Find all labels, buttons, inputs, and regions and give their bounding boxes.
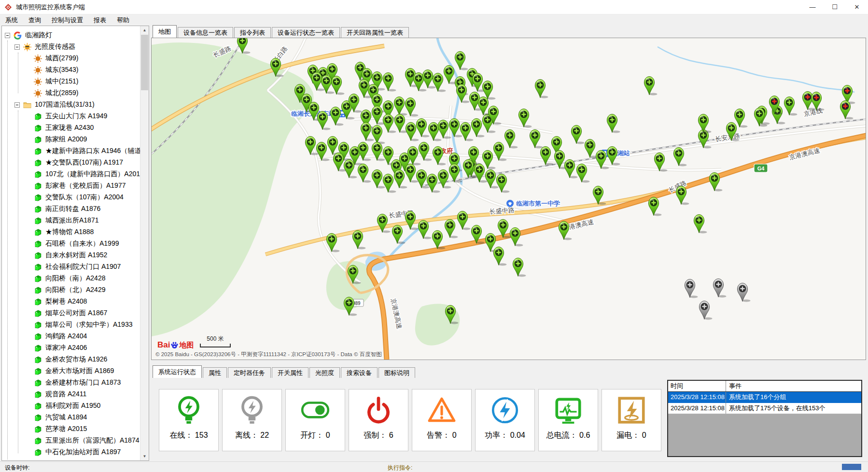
bolt-circle-icon: [489, 394, 521, 426]
tree-item-label: 社会福利院大门口 A1907: [45, 263, 121, 271]
bottom-tab-5[interactable]: 搜索设备: [341, 367, 378, 378]
device-tree-panel: 临湘路灯光照度传感器城西(2799)城东(3543)城中(2151)城北(285…: [1, 26, 149, 461]
svg-text:G4: G4: [757, 166, 765, 171]
stat-card-4: 告警： 0: [412, 389, 472, 451]
tree-device-partial[interactable]: [2, 458, 140, 460]
tree-device-1-0[interactable]: 五尖山大门东 A1949: [2, 111, 140, 122]
bottom-tab-2[interactable]: 定时器任务: [228, 367, 271, 378]
sunface-icon: [23, 43, 31, 51]
tree-device-1-9[interactable]: 城西派出所A1871: [2, 215, 140, 226]
tree-item-label: 芭茅塘 A2015: [45, 425, 87, 433]
event-row-1[interactable]: 2025/3/28 12:15:08系统加载了175个设备，在线153个: [668, 403, 861, 414]
baidu-map[interactable]: G4X089 长盛路长白路长安东路京港线京港澳高速港澳高速长盛中路长盛中路长盛路…: [152, 38, 866, 360]
tree-item-label: 福利院对面 A1950: [45, 402, 100, 410]
event-text: 系统加载了175个设备，在线153个: [726, 403, 861, 414]
menu-item-0[interactable]: 系统: [0, 15, 23, 26]
map-tab-4[interactable]: 开关回路属性一览表: [341, 27, 409, 38]
tree-device-1-1[interactable]: 王家珑巷 A2430: [2, 122, 140, 134]
folder-icon: [23, 101, 31, 109]
tree-device-1-20[interactable]: 谭家冲 A2406: [2, 342, 140, 354]
bottom-tab-1[interactable]: 属性: [203, 367, 227, 378]
tree-group-0[interactable]: 光照度传感器: [2, 41, 140, 53]
tree-item-label: 中石化加油站对面 A1897: [45, 448, 121, 457]
tree-device-1-14[interactable]: 向阳桥（南）A2428: [2, 273, 140, 284]
tree-device-1-21[interactable]: 金桥农贸市场 A1926: [2, 354, 140, 365]
scroll-thumb[interactable]: [141, 35, 148, 90]
tree-device-1-19[interactable]: 鸿鹤路 A2404: [2, 331, 140, 342]
bottom-tab-3[interactable]: 开关属性: [272, 367, 308, 378]
tree-item-label: 城西派出所A1871: [45, 216, 98, 225]
maximize-button[interactable]: ☐: [824, 0, 846, 14]
device-icon: [34, 460, 42, 461]
menu-item-4[interactable]: 帮助: [112, 15, 135, 26]
tree-device-0-2[interactable]: 城中(2151): [2, 76, 140, 87]
map-tab-0[interactable]: 地图: [153, 25, 177, 38]
tree-device-1-26[interactable]: 汽贸城 A1894: [2, 412, 140, 423]
bottom-tab-6[interactable]: 图标说明: [378, 367, 415, 378]
collapse-icon[interactable]: [5, 33, 10, 38]
tree-device-1-27[interactable]: 芭茅塘 A2015: [2, 423, 140, 435]
tree-device-1-17[interactable]: 烟草公司对面 A1867: [2, 307, 140, 319]
close-button[interactable]: ✕: [846, 0, 868, 14]
tree-device-1-29[interactable]: 中石化加油站对面 A1897: [2, 446, 140, 458]
tree-device-0-0[interactable]: 城西(2799): [2, 53, 140, 64]
tree-device-1-10[interactable]: ★博物馆 A1888: [2, 226, 140, 238]
map-tab-2[interactable]: 指令列表: [234, 27, 271, 38]
tree-device-1-8[interactable]: 南正街转盘 A1876: [2, 203, 140, 215]
device-icon: [34, 437, 42, 445]
tree-device-1-6[interactable]: 彭家巷（党校后面）A1977: [2, 180, 140, 192]
tree-item-label: 陈家组 A2009: [45, 135, 87, 144]
event-log-header: 时间 事件: [668, 381, 861, 392]
tree-device-1-4[interactable]: ★交警队西(107南) A1917: [2, 157, 140, 168]
tree-device-1-12[interactable]: 自来水斜对面 A1952: [2, 250, 140, 261]
tree-device-1-5[interactable]: 107北（建新中路路口西）A2014: [2, 168, 140, 180]
tree-device-1-24[interactable]: 观音路 A2411: [2, 389, 140, 400]
tree-device-1-2[interactable]: 陈家组 A2009: [2, 134, 140, 145]
menu-item-2[interactable]: 控制与设置: [46, 15, 88, 26]
tree-item-label: 王家珑巷 A2430: [45, 124, 94, 132]
scroll-down-icon[interactable]: ▼: [140, 452, 149, 460]
stat-card-1: 离线： 22: [222, 389, 282, 451]
meter-icon: [552, 394, 584, 426]
collapse-icon[interactable]: [14, 102, 20, 108]
tree-item-label: ★博物馆 A1888: [45, 228, 94, 236]
map-panel[interactable]: G4X089 长盛路长白路长安东路京港线京港澳高速港澳高速长盛中路长盛中路长盛路…: [151, 38, 866, 360]
event-row-0[interactable]: 2025/3/28 12:15:08系统加载了16个分组: [668, 392, 861, 403]
map-tab-1[interactable]: 设备信息一览表: [178, 27, 233, 38]
tree-device-1-16[interactable]: 梨树巷 A2408: [2, 296, 140, 307]
tree-device-1-13[interactable]: 社会福利院大门口 A1907: [2, 261, 140, 273]
tree-device-1-28[interactable]: 五里派出所（富源汽配）A1874: [2, 435, 140, 446]
sun-icon: [34, 55, 42, 63]
tree-device-1-23[interactable]: 金桥建材市场门口 A1873: [2, 377, 140, 389]
sun-icon: [34, 89, 42, 97]
tree-device-1-3[interactable]: ★建新中路路口东 A1946（辅道灯）: [2, 145, 140, 157]
tree-device-0-1[interactable]: 城东(3543): [2, 64, 140, 76]
tree-root[interactable]: 临湘路灯: [2, 29, 140, 41]
bottom-tab-4[interactable]: 光照度: [309, 367, 340, 378]
tree-device-1-15[interactable]: 向阳桥（北）A2429: [2, 284, 140, 296]
tree-item-label: 金桥大市场对面 A1869: [45, 367, 114, 375]
tree-device-1-25[interactable]: 福利院对面 A1950: [2, 400, 140, 412]
tree-item-label: 鸿鹤路 A2404: [45, 332, 87, 341]
scroll-up-icon[interactable]: ▲: [140, 26, 149, 34]
tree-device-1-11[interactable]: 石咀桥（自来水）A1999: [2, 238, 140, 250]
stat-card-label: 开灯： 0: [286, 430, 345, 441]
tree-device-1-7[interactable]: 交警队东（107南）A2004: [2, 192, 140, 203]
collapse-icon[interactable]: [14, 44, 20, 50]
exec-command-label: 执行指令:: [388, 464, 412, 472]
leak-icon: [616, 394, 647, 426]
tree-item-label: 107国道沿线(31/31): [35, 100, 95, 109]
menu-item-1[interactable]: 查询: [23, 15, 46, 26]
tree-scrollbar[interactable]: ▲ ▼: [140, 26, 149, 460]
bottom-tab-0[interactable]: 系统运行状态: [153, 365, 202, 378]
map-tab-3[interactable]: 设备运行状态一览表: [272, 27, 340, 38]
minimize-button[interactable]: —: [801, 0, 824, 14]
map-tab-bar: 地图设备信息一览表指令列表设备运行状态一览表开关回路属性一览表: [153, 25, 410, 38]
tree-device-0-3[interactable]: 城北(2859): [2, 87, 140, 99]
tree-device-1-22[interactable]: 金桥大市场对面 A1869: [2, 365, 140, 377]
tree-group-1[interactable]: 107国道沿线(31/31): [2, 99, 140, 111]
stat-card-label: 总电流： 0.6: [539, 430, 598, 441]
device-icon: [34, 112, 42, 121]
tree-device-1-18[interactable]: 烟草公司（求知中学）A1933: [2, 319, 140, 331]
menu-item-3[interactable]: 报表: [88, 15, 112, 26]
